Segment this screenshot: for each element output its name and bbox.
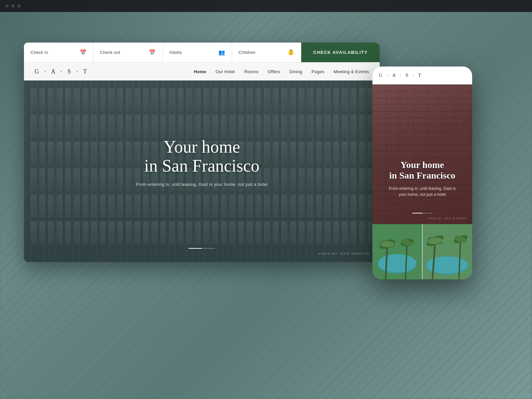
- people-icon: 👥: [218, 49, 225, 56]
- booking-bar: Check in 📅 Check out 📅 Adults 👥 Children…: [24, 43, 380, 63]
- mobile-logo: G · A · S · T: [379, 73, 423, 78]
- nav-item-dining[interactable]: Dining: [289, 68, 302, 74]
- nav-link-dining[interactable]: Dining: [289, 69, 302, 74]
- hero-title: Your home in San Francisco: [136, 137, 267, 175]
- check-out-label: Check out: [100, 50, 120, 55]
- mobile-gallery-item-1: [372, 224, 422, 279]
- check-availability-button[interactable]: CHECK AVAILABILITY: [301, 43, 380, 62]
- taskbar: [0, 0, 532, 12]
- hero-progress-indicator: [189, 248, 215, 249]
- nav-item-pages[interactable]: Pages: [312, 68, 324, 74]
- hero-subtitle: From entering in, until leaving, Gast is…: [136, 182, 267, 187]
- hero-content: Your home in San Francisco From entering…: [136, 137, 267, 187]
- nav-item-offers[interactable]: Offers: [268, 68, 280, 74]
- calendar-icon: 📅: [80, 49, 86, 56]
- check-in-field[interactable]: Check in 📅: [24, 43, 93, 62]
- check-in-label: Check in: [31, 50, 48, 55]
- children-field[interactable]: Children 👶: [232, 43, 302, 62]
- nav-item-hotel[interactable]: Our Hotel: [215, 68, 235, 74]
- gallery-pool-svg-1: [372, 224, 422, 279]
- hero-progress-bar: [189, 248, 202, 249]
- taskbar-dot: [17, 4, 21, 8]
- taskbar-dot: [11, 4, 15, 8]
- hero-video-credit: VIDEO BY: GOH IROMOTO: [318, 252, 370, 255]
- calendar-icon-2: 📅: [149, 49, 156, 56]
- mobile-mockup: G · A · S · T: [372, 66, 472, 279]
- mobile-building-svg: [372, 84, 472, 224]
- mobile-progress-bar: [412, 213, 422, 213]
- nav-link-home[interactable]: Home: [194, 69, 206, 74]
- hotel-site: G · A · S · T Home Our Hotel Rooms Offer…: [24, 63, 380, 262]
- nav-item-meetings[interactable]: Meeting & Events: [333, 68, 369, 74]
- gallery-pool-svg-2: [423, 224, 472, 279]
- mobile-gallery-item-2: [423, 224, 472, 279]
- mobile-gallery: [372, 224, 472, 279]
- nav-links: Home Our Hotel Rooms Offers Dining Pages…: [194, 68, 369, 74]
- svg-rect-263: [372, 84, 472, 224]
- adults-label: Adults: [169, 50, 182, 55]
- nav-item-rooms[interactable]: Rooms: [244, 68, 259, 74]
- hero-section: Your home in San Francisco From entering…: [24, 63, 380, 262]
- hotel-nav: G · A · S · T Home Our Hotel Rooms Offer…: [24, 63, 380, 80]
- nav-link-rooms[interactable]: Rooms: [244, 69, 259, 74]
- mobile-hero-title: Your home in San Francisco: [379, 160, 466, 181]
- nav-link-hotel[interactable]: Our Hotel: [215, 69, 235, 74]
- taskbar-dot: [5, 4, 9, 8]
- hotel-logo: G · A · S · T: [35, 68, 89, 75]
- nav-link-meetings[interactable]: Meeting & Events: [333, 69, 369, 74]
- svg-point-266: [378, 254, 416, 273]
- check-out-field[interactable]: Check out 📅: [93, 43, 163, 62]
- mobile-hero-subtitle: From entering in, until leaving, Gast is…: [379, 186, 466, 198]
- mobile-hero: Your home in San Francisco From entering…: [372, 84, 472, 224]
- children-icon: 👶: [288, 49, 294, 56]
- desktop-mockup: Check in 📅 Check out 📅 Adults 👥 Children…: [24, 43, 380, 262]
- children-label: Children: [239, 50, 256, 55]
- nav-link-pages[interactable]: Pages: [312, 69, 324, 74]
- nav-item-home[interactable]: Home: [194, 68, 206, 74]
- nav-link-offers[interactable]: Offers: [268, 69, 280, 74]
- adults-field[interactable]: Adults 👥: [163, 43, 232, 62]
- mobile-hero-content: Your home in San Francisco From entering…: [372, 160, 472, 198]
- mobile-header: G · A · S · T: [372, 66, 472, 84]
- mobile-progress-indicator: [412, 213, 432, 213]
- mobile-video-credit: VIDEO BY: GOH IROMOTO: [427, 217, 467, 219]
